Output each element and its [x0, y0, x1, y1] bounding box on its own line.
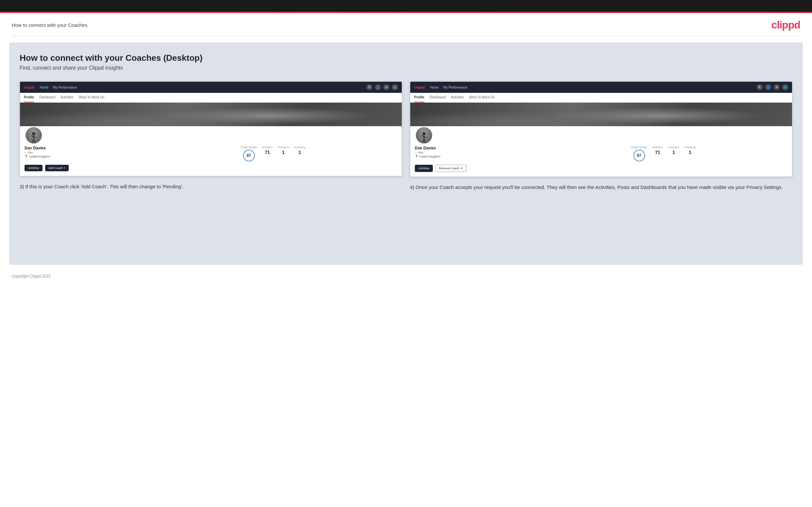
- avatar-right: [415, 126, 433, 145]
- screenshots-row: clippd Home My Performance 🔍 👤 ⚙ 🌐 Profi…: [20, 81, 792, 191]
- svg-point-0: [32, 132, 35, 135]
- mock-profile-info-left: Dan Davies ✓ Pro 📍 United Kingdom: [24, 146, 397, 162]
- copyright-text: Copyright Clippd 2022: [12, 274, 51, 279]
- mock-tabs-right: Profile Dashboard Activities What To Wor…: [410, 93, 792, 103]
- player-role-left: ✓ Pro: [24, 151, 149, 154]
- person-icon-left[interactable]: 👤: [375, 84, 381, 90]
- remove-coach-button-right[interactable]: Remove Coach ✕: [436, 165, 466, 172]
- stat-followers-value-right: 1: [668, 150, 679, 155]
- mock-stats-right: Player Quality 97 Activities 71 Follower…: [539, 146, 788, 162]
- stat-quality-label-right: Player Quality: [631, 146, 648, 149]
- mock-profile-left: Dan Davies ✓ Pro 📍 United Kingdom: [24, 146, 149, 158]
- stat-activities-label-left: Activities: [262, 146, 272, 149]
- tab-activities-right[interactable]: Activities: [451, 93, 464, 102]
- footer: Copyright Clippd 2022: [0, 271, 812, 284]
- tab-dashboard-left[interactable]: Dashboard: [39, 93, 55, 102]
- caption-right: 4) Once your Coach accepts your request …: [410, 183, 792, 191]
- svg-line-4: [32, 139, 34, 143]
- mock-nav-performance-right[interactable]: My Performance: [443, 86, 467, 89]
- globe-icon-left[interactable]: 🌐: [392, 84, 398, 90]
- stat-following-left: Following 1: [294, 146, 305, 162]
- mock-nav-left: clippd Home My Performance 🔍 👤 ⚙ 🌐: [20, 82, 402, 93]
- stat-quality-right: Player Quality 97: [631, 146, 648, 162]
- globe-icon-right[interactable]: 🌐: [782, 84, 788, 90]
- mock-tabs-left: Profile Dashboard Activities What To Wor…: [20, 93, 402, 103]
- mock-nav-links-right: Home My Performance: [430, 86, 752, 89]
- tab-activities-left[interactable]: Activities: [60, 93, 73, 102]
- avatar-left: [24, 126, 43, 145]
- settings-icon-right[interactable]: ⚙: [774, 84, 779, 90]
- svg-line-11: [424, 139, 426, 143]
- person-icon-right[interactable]: 👤: [765, 84, 771, 90]
- main-content: How to connect with your Coaches (Deskto…: [9, 43, 803, 265]
- stat-quality-label-left: Player Quality: [241, 146, 257, 149]
- tab-dashboard-right[interactable]: Dashboard: [429, 93, 446, 102]
- mock-stats-left: Player Quality 97 Activities 71 Follower…: [149, 146, 397, 162]
- mock-nav-home-left[interactable]: Home: [40, 86, 48, 89]
- stat-following-value-left: 1: [294, 150, 305, 155]
- stat-activities-value-right: 71: [652, 150, 663, 155]
- header-title: How to connect with your Coaches: [12, 22, 87, 28]
- mock-buttons-left: Unfollow Add Coach +: [24, 165, 397, 171]
- stat-following-right: Following 1: [684, 146, 696, 162]
- unfollow-button-left[interactable]: Unfollow: [24, 165, 43, 171]
- quality-circle-left: 97: [243, 150, 255, 162]
- stat-following-label-right: Following: [684, 146, 696, 149]
- svg-point-6: [422, 132, 426, 135]
- stat-following-value-right: 1: [684, 150, 696, 155]
- mock-nav-performance-left[interactable]: My Performance: [53, 86, 77, 89]
- player-name-right: Dan Davies: [415, 146, 539, 150]
- search-icon-left[interactable]: 🔍: [366, 84, 372, 90]
- settings-icon-left[interactable]: ⚙: [384, 84, 389, 90]
- tab-profile-right[interactable]: Profile: [414, 93, 424, 102]
- caption-left: 3) If this is your Coach click 'Add Coac…: [20, 183, 402, 190]
- tab-what-to-work-on-left[interactable]: What To Work On: [79, 93, 105, 102]
- stat-activities-left: Activities 71: [262, 146, 272, 162]
- mock-profile-info-right: Dan Davies ✓ Pro 📍 United Kingdom: [415, 146, 788, 162]
- mock-browser-left: clippd Home My Performance 🔍 👤 ⚙ 🌐 Profi…: [20, 81, 402, 176]
- header-divider: [12, 36, 800, 36]
- mock-nav-icons-right: 🔍 👤 ⚙ 🌐: [757, 84, 788, 90]
- golfer-silhouette-left: [29, 132, 39, 144]
- player-name-left: Dan Davies: [24, 146, 149, 150]
- search-icon-right[interactable]: 🔍: [757, 84, 763, 90]
- page-subheading: Find, connect and share your Clippd insi…: [20, 65, 792, 71]
- player-role-right: ✓ Pro: [415, 151, 539, 154]
- stat-activities-right: Activities 71: [652, 146, 663, 162]
- mock-logo-left: clippd: [24, 85, 34, 89]
- stat-followers-left: Followers 1: [278, 146, 289, 162]
- stat-followers-right: Followers 1: [668, 146, 679, 162]
- mock-buttons-right: Unfollow Remove Coach ✕: [415, 165, 788, 172]
- top-bar: [0, 0, 812, 12]
- golfer-silhouette-right: [419, 132, 429, 144]
- tab-what-to-work-on-right[interactable]: What To Work On: [469, 93, 495, 102]
- clippd-logo: clippd: [771, 19, 800, 31]
- stat-quality-left: Player Quality 97: [241, 146, 257, 162]
- tab-profile-left[interactable]: Profile: [24, 93, 34, 102]
- mock-nav-right: clippd Home My Performance 🔍 👤 ⚙ 🌐: [410, 82, 792, 93]
- stat-followers-label-right: Followers: [668, 146, 679, 149]
- header: How to connect with your Coaches clippd: [0, 13, 812, 36]
- stat-following-label-left: Following: [294, 146, 305, 149]
- mock-nav-links-left: Home My Performance: [40, 86, 361, 89]
- mock-logo-right: clippd: [414, 85, 425, 89]
- mock-profile-right-info: Dan Davies ✓ Pro 📍 United Kingdom: [415, 146, 539, 158]
- mock-profile-section-right: Dan Davies ✓ Pro 📍 United Kingdom: [410, 126, 792, 176]
- stat-followers-value-left: 1: [278, 150, 289, 155]
- stat-activities-value-left: 71: [262, 150, 272, 155]
- quality-circle-right: 97: [633, 150, 645, 162]
- screenshot-col-right: clippd Home My Performance 🔍 👤 ⚙ 🌐 Profi…: [410, 81, 792, 191]
- add-coach-button-left[interactable]: Add Coach +: [45, 165, 69, 171]
- stat-followers-label-left: Followers: [278, 146, 289, 149]
- svg-line-5: [34, 139, 35, 143]
- mock-nav-icons-left: 🔍 👤 ⚙ 🌐: [366, 84, 398, 90]
- stat-activities-label-right: Activities: [652, 146, 663, 149]
- player-location-left: 📍 United Kingdom: [24, 155, 149, 158]
- mock-profile-section-left: Dan Davies ✓ Pro 📍 United Kingdom: [20, 126, 402, 176]
- page-heading: How to connect with your Coaches (Deskto…: [20, 53, 792, 63]
- mock-browser-right: clippd Home My Performance 🔍 👤 ⚙ 🌐 Profi…: [410, 81, 792, 177]
- unfollow-button-right[interactable]: Unfollow: [415, 165, 433, 172]
- mock-nav-home-right[interactable]: Home: [430, 86, 439, 89]
- svg-line-10: [422, 139, 424, 143]
- screenshot-col-left: clippd Home My Performance 🔍 👤 ⚙ 🌐 Profi…: [20, 81, 402, 191]
